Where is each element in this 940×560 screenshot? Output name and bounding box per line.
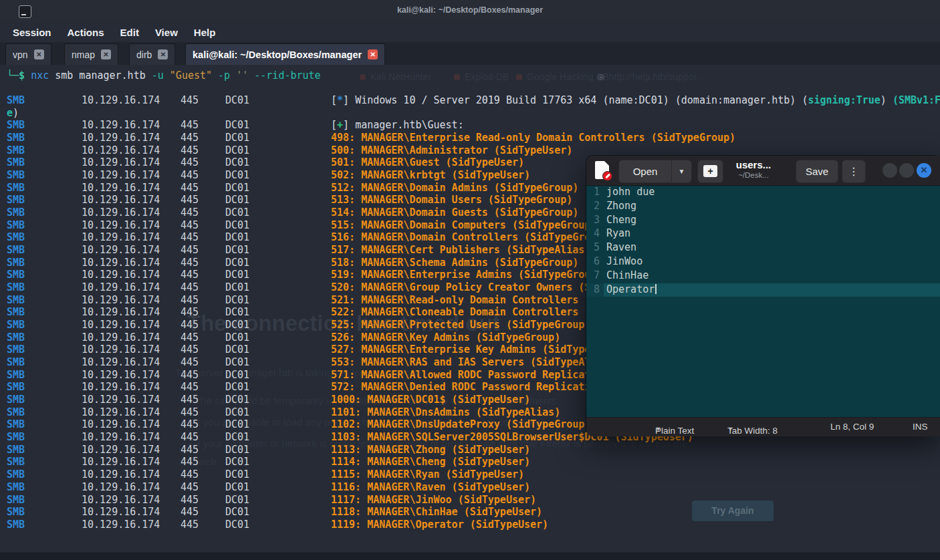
open-dropdown-arrow-icon[interactable]: ▼ (671, 160, 692, 183)
port-column: 445 (181, 444, 199, 456)
unsaved-badge-icon (602, 171, 612, 181)
port-column: 445 (181, 182, 199, 194)
ip-column: 10.129.16.174 (82, 481, 160, 493)
ghost-bookmark: Exploit-DB (454, 72, 509, 82)
message-column: 1101: MANAGER\DnsAdmins (SidTypeAlias) (331, 406, 560, 418)
text-editor-window: Open ▼ + users... ~/Desk... Save ⋮ ✕ 1jo… (586, 156, 940, 436)
message-part: 515: MANAGER\Domain Computers (SidTypeGr… (331, 219, 596, 231)
command-segment: -u (152, 69, 164, 82)
message-part: 1115: MANAGER\Ryan (SidTypeUser) (331, 468, 524, 480)
protocol-column: SMB (7, 331, 25, 343)
message-part: 500: MANAGER\Administrator (SidTypeUser) (331, 144, 572, 156)
hostname-column: DC01 (225, 244, 249, 256)
terminal-output-row: SMB10.129.16.174445DC01500: MANAGER\Admi… (0, 144, 940, 157)
ip-column: 10.129.16.174 (82, 369, 160, 381)
kebab-menu-button[interactable]: ⋮ (842, 160, 866, 183)
tab-active-session[interactable]: kali@kali: ~/Desktop/Boxes/manager✕ (185, 43, 385, 65)
window-bottom-edge (0, 553, 940, 560)
protocol-column: SMB (7, 182, 25, 194)
bookmark-favicon (360, 74, 366, 80)
prompt-symbol: └─$ (7, 69, 31, 82)
message-part: 1119: MANAGER\Operator (SidTypeUser) (331, 519, 548, 531)
save-button[interactable]: Save (796, 160, 838, 183)
message-part: 526: MANAGER\Key Admins (SidTypeGroup) (331, 331, 560, 343)
port-column: 445 (181, 481, 199, 493)
message-part: 1118: MANAGER\ChinHae (SidTypeUser) (331, 506, 542, 518)
tab-close-icon[interactable]: ✕ (101, 49, 111, 59)
minimize-button[interactable] (883, 163, 897, 178)
line-text: Zhong (604, 200, 636, 212)
chevron-down-icon: ▼ (655, 426, 661, 432)
ip-column: 10.129.16.174 (82, 444, 160, 456)
line-text: Raven (604, 241, 636, 253)
globe-icon: ⊕ (597, 72, 605, 82)
line-number-gutter: 6 (586, 255, 604, 269)
hostname-column: DC01 (225, 468, 249, 480)
hostname-column: DC01 (225, 394, 249, 406)
ip-column: 10.129.16.174 (82, 356, 160, 368)
close-button[interactable]: ✕ (917, 163, 931, 178)
tab-nmap[interactable]: nmap✕ (64, 43, 118, 65)
message-part: Windows 10 / Server 2019 Build 17763 x64… (355, 94, 808, 106)
tab-bar: vpn✕nmap✕dirb✕kali@kali: ~/Desktop/Boxes… (0, 42, 940, 65)
line-text: Cheng (604, 214, 636, 226)
terminal-output-row: SMB10.129.16.174445DC011113: MANAGER\Zho… (0, 444, 940, 456)
hostname-column: DC01 (225, 94, 249, 106)
port-column: 445 (181, 281, 199, 293)
tab-close-icon[interactable]: ✕ (158, 49, 168, 59)
protocol-column: SMB (7, 294, 25, 306)
editor-title: users... ~/Desk... (700, 159, 807, 180)
message-part: 553: MANAGER\RAS and IAS Servers (SidTyp… (331, 356, 614, 368)
menu-item-edit[interactable]: Edit (112, 27, 147, 38)
window-titlebar: kali@kali: ~/Desktop/Boxes/manager (0, 0, 940, 22)
tab-vpn[interactable]: vpn✕ (5, 43, 51, 65)
menu-item-session[interactable]: Session (5, 27, 60, 38)
port-column: 445 (181, 306, 199, 318)
message-part: [ (331, 119, 337, 131)
editor-text-area[interactable]: 1john due2Zhong3Cheng4Ryan5Raven6JinWoo7… (586, 186, 940, 417)
line-number: 5 (586, 241, 601, 253)
protocol-column: SMB (7, 144, 25, 156)
open-button[interactable]: Open (618, 160, 672, 183)
hostname-column: DC01 (225, 257, 249, 269)
ghost-bookmark: ⊕http://help.htb/suppor… (597, 72, 706, 82)
command-segment (248, 69, 254, 82)
shell-prompt-line: └─$ nxc smb manager.htb -u "Guest" -p ''… (7, 69, 321, 82)
message-part: 1101: MANAGER\DnsAdmins (SidTypeAlias) (331, 406, 560, 418)
message-column: 513: MANAGER\Domain Users (SidTypeGroup) (331, 194, 572, 206)
port-column: 445 (181, 257, 199, 269)
message-part: 527: MANAGER\Enterprise Key Admins (SidT… (331, 343, 627, 356)
tab-close-icon[interactable]: ✕ (368, 49, 378, 59)
protocol-column: SMB (7, 494, 25, 506)
ghost-bookmark: Google Hacking DB (516, 72, 609, 82)
hostname-column: DC01 (225, 319, 249, 331)
tab-close-icon[interactable]: ✕ (34, 49, 44, 59)
protocol-column: SMB (7, 281, 25, 293)
editor-statusbar: Plain Text ▼ Tab Width: 8 ▼ Ln 8, Col 9 … (586, 417, 940, 436)
terminal-output-row: SMB10.129.16.174445DC011119: MANAGER\Ope… (0, 519, 940, 531)
tab-dirb[interactable]: dirb✕ (129, 43, 175, 65)
ip-column: 10.129.16.174 (82, 119, 160, 131)
port-column: 445 (181, 506, 199, 518)
hostname-column: DC01 (225, 406, 249, 418)
menu-item-view[interactable]: View (147, 27, 186, 38)
maximize-button[interactable] (899, 163, 914, 178)
port-column: 445 (181, 231, 199, 243)
ip-column: 10.129.16.174 (82, 381, 160, 393)
port-column: 445 (181, 319, 199, 331)
protocol-column: SMB (7, 169, 25, 181)
line-number: 2 (586, 200, 601, 212)
command-segment: smb manager.htb (49, 69, 152, 82)
menu-item-actions[interactable]: Actions (60, 27, 112, 38)
ip-column: 10.129.16.174 (82, 468, 160, 480)
hostname-column: DC01 (225, 506, 249, 518)
message-part: 1102: MANAGER\DnsUpdateProxy (SidTypeGro… (331, 418, 590, 430)
line-number: 7 (586, 269, 601, 281)
ghost-bookmark: Kali NetHunter (360, 72, 431, 82)
port-column: 445 (181, 294, 199, 306)
editor-line: 7ChinHae (586, 269, 940, 283)
menu-item-help[interactable]: Help (186, 27, 224, 38)
port-column: 445 (181, 119, 199, 131)
message-part: 512: MANAGER\Domain Admins (SidTypeGroup… (331, 182, 578, 194)
editor-line: 8Operator (586, 283, 940, 297)
